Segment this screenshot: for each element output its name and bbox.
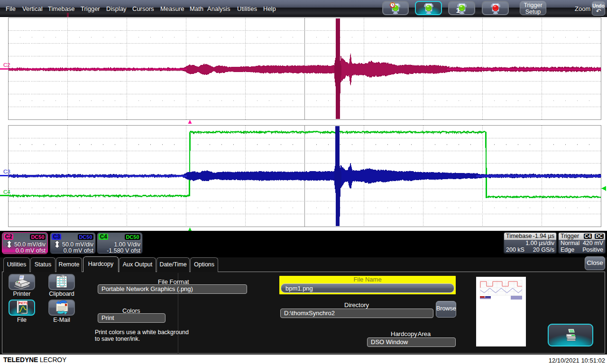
svg-text:C4: C4 xyxy=(3,189,10,195)
svg-text:C3: C3 xyxy=(3,169,10,174)
svg-text:1: 1 xyxy=(456,6,460,14)
svg-text:C2: C2 xyxy=(3,62,10,68)
svg-text:PICT1: PICT1 xyxy=(18,301,28,305)
